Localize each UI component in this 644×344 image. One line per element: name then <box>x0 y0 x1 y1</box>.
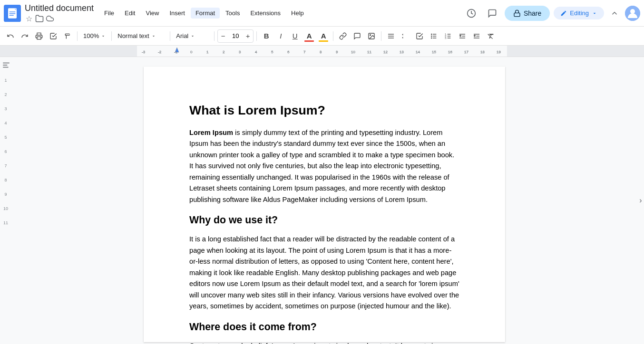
undo-button[interactable] <box>4 29 17 43</box>
svg-text:3.: 3. <box>445 37 447 39</box>
italic-button[interactable]: I <box>274 29 287 43</box>
redo-button[interactable] <box>18 29 31 43</box>
font-value: Arial <box>176 32 188 39</box>
svg-point-21 <box>431 38 432 38</box>
section-2-paragraph: It is a long established fact that a rea… <box>189 234 459 312</box>
zoom-value: 100% <box>83 32 99 39</box>
menu-help[interactable]: Help <box>286 8 309 19</box>
toolbar-separator-6 <box>333 31 333 41</box>
bold-button[interactable]: B <box>260 29 273 43</box>
zoom-selector[interactable]: 100% <box>80 29 108 43</box>
comments-icon[interactable] <box>484 5 501 22</box>
svg-text:16: 16 <box>448 50 452 54</box>
menu-extensions[interactable]: Extensions <box>245 8 285 19</box>
insert-image-button[interactable] <box>365 29 378 43</box>
editing-mode-label: Editing <box>570 10 589 17</box>
bullets-button[interactable] <box>427 29 440 43</box>
text-color-button[interactable]: A <box>302 29 316 43</box>
editing-mode-button[interactable]: Editing <box>554 7 604 19</box>
section-3-paragraph: Contrary to popular belief, Lorem Ipsum … <box>189 341 459 344</box>
formatting-toolbar: 100% Normal text Arial − + B I U A A <box>0 27 644 46</box>
svg-text:1: 1 <box>206 50 209 54</box>
svg-point-20 <box>431 36 432 36</box>
star-icon[interactable]: ☆ <box>25 14 33 23</box>
main-area: 1 2 3 4 5 6 7 8 9 10 11 What is Lorem Ip… <box>0 57 644 344</box>
highlight-color-button[interactable]: A <box>317 29 330 43</box>
svg-text:8: 8 <box>320 50 322 54</box>
vertical-ruler: 1 2 3 4 5 6 7 8 9 10 11 <box>0 57 11 344</box>
docs-logo-icon <box>4 5 21 22</box>
expand-panel-button[interactable]: › <box>639 196 642 205</box>
menu-format[interactable]: Format <box>191 8 220 19</box>
svg-text:18: 18 <box>480 50 485 54</box>
document-scroll-area[interactable]: What is Lorem Ipsum? Lorem Ipsum is simp… <box>11 57 637 344</box>
collapse-toolbar-button[interactable] <box>608 7 621 20</box>
font-selector[interactable]: Arial <box>173 29 211 43</box>
document-title[interactable]: Untitled document <box>25 3 94 14</box>
menu-insert[interactable]: Insert <box>165 8 190 19</box>
toolbar-separator-3 <box>170 31 170 41</box>
svg-text:11: 11 <box>367 50 371 54</box>
svg-point-19 <box>431 34 432 34</box>
section-1-heading: What is Lorem Ipsum? <box>189 101 459 120</box>
menu-file[interactable]: File <box>99 8 119 19</box>
share-label: Share <box>524 10 541 17</box>
svg-text:13: 13 <box>400 50 404 54</box>
text-style-selector[interactable]: Normal text <box>115 29 167 43</box>
svg-text:17: 17 <box>464 50 468 54</box>
svg-text:-2: -2 <box>158 50 162 54</box>
font-size-area: − + <box>217 29 254 43</box>
svg-text:-3: -3 <box>142 50 146 54</box>
svg-rect-3 <box>10 13 16 14</box>
svg-text:6: 6 <box>287 50 290 54</box>
clear-format-button[interactable] <box>484 29 498 43</box>
horizontal-ruler: -3 -2 -1 0 1 2 3 4 5 6 7 8 9 10 11 12 13… <box>0 46 644 57</box>
spellcheck-button[interactable] <box>47 29 60 43</box>
numbered-list-button[interactable]: 1.2.3. <box>441 29 455 43</box>
folder-icon[interactable] <box>35 14 44 23</box>
svg-text:5: 5 <box>271 50 273 54</box>
svg-text:14: 14 <box>416 50 420 54</box>
toolbar-separator-7 <box>381 31 381 41</box>
insert-link-button[interactable] <box>336 29 350 43</box>
svg-rect-10 <box>37 37 41 39</box>
right-panel: › <box>637 57 644 344</box>
font-size-decrease-button[interactable]: − <box>218 30 228 42</box>
svg-point-9 <box>630 9 635 14</box>
indent-more-button[interactable] <box>470 29 483 43</box>
font-size-increase-button[interactable]: + <box>243 30 253 42</box>
text-align-button[interactable] <box>384 29 398 43</box>
print-button[interactable] <box>32 29 46 43</box>
history-icon[interactable] <box>463 5 480 22</box>
svg-text:12: 12 <box>383 50 388 54</box>
document-page[interactable]: What is Lorem Ipsum? Lorem Ipsum is simp… <box>144 67 505 342</box>
title-actions: ☆ <box>25 14 94 23</box>
section-1-paragraph: Lorem Ipsum is simply dummy text of the … <box>189 127 459 205</box>
underline-button[interactable]: U <box>288 29 302 43</box>
share-button[interactable]: Share <box>505 6 550 21</box>
user-avatar[interactable] <box>625 6 640 21</box>
paint-format-button[interactable] <box>61 29 74 43</box>
menu-edit[interactable]: Edit <box>120 8 140 19</box>
top-bar: Untitled document ☆ File Edit View Inser… <box>0 0 644 27</box>
svg-text:15: 15 <box>432 50 436 54</box>
indent-less-button[interactable] <box>456 29 469 43</box>
toolbar-separator-1 <box>77 31 78 41</box>
svg-text:7: 7 <box>303 50 306 54</box>
menu-view[interactable]: View <box>141 8 164 19</box>
title-area: Untitled document ☆ <box>25 3 94 23</box>
menu-tools[interactable]: Tools <box>221 8 244 19</box>
font-size-input[interactable] <box>228 32 243 39</box>
ruler-marks: -3 -2 -1 0 1 2 3 4 5 6 7 8 9 10 11 12 13… <box>0 46 644 57</box>
checklist-button[interactable] <box>413 29 426 43</box>
svg-rect-2 <box>10 11 16 12</box>
section-1-bold-prefix: Lorem Ipsum <box>189 129 233 136</box>
insert-comment-button[interactable] <box>351 29 364 43</box>
text-style-value: Normal text <box>117 32 149 39</box>
svg-text:9: 9 <box>336 50 338 54</box>
line-spacing-button[interactable] <box>399 29 412 43</box>
menu-bar: File Edit View Insert Format Tools Exten… <box>99 8 309 19</box>
svg-text:3: 3 <box>239 50 241 54</box>
cloud-icon[interactable] <box>46 14 54 23</box>
svg-point-12 <box>370 34 371 35</box>
